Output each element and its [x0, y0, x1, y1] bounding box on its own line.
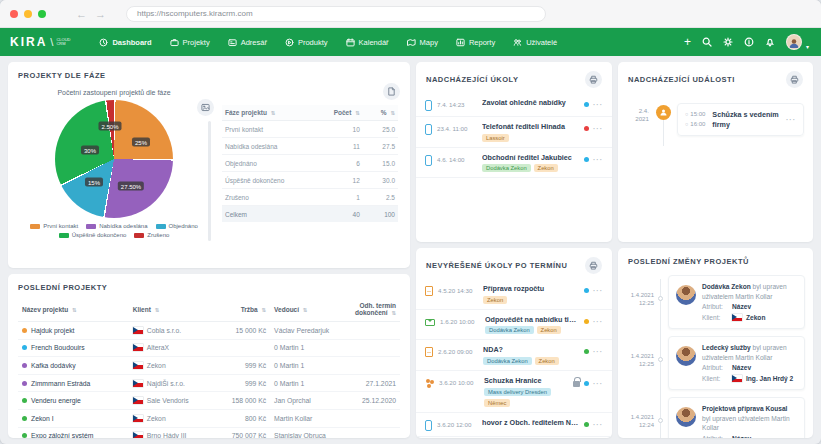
more-menu-icon[interactable]: ··· — [786, 116, 796, 123]
sort-icon: ⇅ — [261, 307, 266, 313]
more-menu-icon[interactable]: ··· — [593, 125, 603, 132]
print-button[interactable] — [786, 71, 803, 88]
user-avatar[interactable] — [786, 34, 802, 50]
app-logo[interactable]: KIRA \ CLOUD CRM — [10, 35, 72, 49]
print-button[interactable] — [585, 257, 602, 274]
tag[interactable]: Dodávka Zekon — [483, 357, 532, 365]
more-menu-icon[interactable]: ··· — [593, 156, 603, 163]
close-window-button[interactable] — [10, 10, 18, 18]
tag[interactable]: Němec — [484, 399, 510, 407]
nav-item-produkty[interactable]: Produkty — [276, 28, 337, 56]
status-dot — [584, 422, 589, 427]
nav-item-reporty[interactable]: Reporty — [447, 28, 504, 56]
table-row[interactable]: Objednáno615.0 — [222, 155, 398, 172]
task-item[interactable]: 3.6.20 10:00 Schuzka Hranice Mass delive… — [416, 371, 612, 413]
project-row[interactable]: Expo záložní systémBrno Hády III750 007 … — [18, 427, 400, 438]
task-item[interactable]: 15.6.20 09:00 Konference fiskál 20 ··· — [416, 437, 612, 438]
change-item[interactable]: 1.4.202112:25 Dodávka Zekon byl upraven … — [618, 275, 805, 329]
tag[interactable]: Dodávka Zekon — [485, 326, 534, 334]
czech-flag-icon — [133, 344, 143, 351]
column-header-due[interactable]: Odh. termín dokončení ⇅ — [335, 297, 400, 322]
column-header-revenue[interactable]: Tržba ⇅ — [217, 297, 270, 322]
legend-item[interactable]: Zrušeno — [134, 232, 169, 238]
legend-item[interactable]: Objednáno — [156, 223, 198, 229]
more-menu-icon[interactable]: ··· — [593, 101, 603, 108]
nav-item-kalendar[interactable]: Kalendář — [337, 28, 398, 56]
gear-icon[interactable] — [723, 37, 733, 47]
task-item[interactable]: 7.4. 14:23 Zavolat ohledně nabídky ··· — [416, 93, 612, 117]
column-header-name[interactable]: Název projektu ⇅ — [18, 297, 129, 322]
printer-icon — [790, 75, 799, 84]
phase-pie[interactable] — [55, 100, 173, 218]
maximize-window-button[interactable] — [38, 10, 46, 18]
legend-swatch — [86, 224, 96, 229]
more-menu-icon[interactable]: ··· — [593, 348, 603, 355]
last-projects-card: POSLEDNÍ PROJEKTY Název projektu ⇅ Klien… — [8, 274, 410, 438]
task-item[interactable]: 2.6.20 09:00 NDA? Dodávka ZekonZekon ··· — [416, 340, 612, 371]
tag[interactable]: Zekon — [537, 326, 561, 334]
minimize-window-button[interactable] — [24, 10, 32, 18]
nav-item-dashboard[interactable]: Dashboard — [90, 28, 160, 56]
sort-icon: ⇅ — [391, 310, 396, 316]
column-header-count[interactable]: Počet ⇅ — [321, 105, 363, 121]
task-item[interactable]: 4.6. 14:00 Obchodní ředitel Jakubiec Dod… — [416, 148, 612, 179]
add-icon[interactable]: + — [684, 37, 691, 47]
back-icon[interactable]: ← — [76, 8, 87, 20]
print-button[interactable] — [585, 71, 602, 88]
tag[interactable]: Lassoir — [482, 134, 509, 142]
change-item[interactable]: 1.4.202112:25 Ledecký služby byl upraven… — [618, 336, 805, 390]
address-bar[interactable]: https://hscomputers.kiracrm.com — [126, 6, 546, 22]
task-item[interactable]: 1.6.20 10:00 Odpovědět na nabídku tiskar… — [416, 310, 612, 341]
legend-item[interactable]: Nabídka odeslána — [86, 223, 147, 229]
tag[interactable]: Dodávka Zekon — [482, 164, 531, 172]
more-menu-icon[interactable]: ··· — [593, 380, 603, 387]
table-row[interactable]: Zrušeno12.5 — [222, 189, 398, 206]
project-row[interactable]: Hajduk projektCobla s.r.o.15 000 KčVácla… — [18, 322, 400, 340]
column-header-lead[interactable]: Vedoucí ⇅ — [270, 297, 335, 322]
export-file-button[interactable] — [383, 83, 400, 100]
task-item[interactable]: 23.4. 11:00 Telefonát řediteli Hinada La… — [416, 117, 612, 148]
tag[interactable]: Zekon — [483, 296, 507, 304]
table-row[interactable]: Úspěšně dokončeno1230.0 — [222, 172, 398, 189]
nav-item-uzivatele[interactable]: Uživatelé — [504, 28, 566, 56]
more-menu-icon[interactable]: ··· — [593, 421, 603, 428]
task-title: Obchodní ředitel Jakubiec — [482, 153, 579, 163]
projects-by-phase-card: PROJEKTY DLE FÁZE Početní zastoupení pro… — [8, 62, 410, 268]
project-row[interactable]: Venderu energieSale Vendoris158 000 KčJa… — [18, 392, 400, 410]
table-row[interactable]: První kontakt1025.0 — [222, 121, 398, 138]
nav-item-projekty[interactable]: Projekty — [161, 28, 219, 56]
project-row[interactable]: Zimmmann EstrádaNajdiŠi s.r.o.999 Kč0 Ma… — [18, 374, 400, 392]
info-icon[interactable] — [744, 37, 754, 47]
task-item[interactable]: 4.5.20 14:30 Příprava rozpočtu Zekon ··· — [416, 279, 612, 310]
column-header-client[interactable]: Klient ⇅ — [129, 297, 217, 322]
table-row[interactable]: Nabídka odeslána1127.5 — [222, 138, 398, 155]
change-item[interactable]: 1.4.202112:24 Projektová příprava Kousal… — [618, 397, 805, 438]
tag[interactable]: Zekon — [535, 357, 559, 365]
column-header-phase[interactable]: Fáze projektu ⇅ — [222, 105, 321, 121]
column-header-pct[interactable]: % ⇅ — [363, 105, 398, 121]
status-dot — [584, 126, 589, 131]
more-menu-icon[interactable]: ··· — [593, 318, 603, 325]
legend-swatch — [30, 224, 40, 229]
search-icon[interactable] — [702, 37, 712, 47]
project-row[interactable]: Kafka dodávkyZekon999 Kč0 Martin 1 — [18, 357, 400, 375]
nav-item-mapy[interactable]: Mapy — [398, 28, 447, 56]
task-item[interactable]: 3.6.20 12:00 hovor z Obch. ředitelem Not… — [416, 413, 612, 437]
tag[interactable]: Zekon — [534, 164, 558, 172]
scrollbar[interactable] — [208, 121, 211, 241]
legend-item[interactable]: První kontakt — [30, 223, 78, 229]
project-row[interactable]: French BoudouirsAlteraX0 Martin 1 — [18, 339, 400, 357]
nav-item-adresar[interactable]: Adresář — [219, 28, 276, 56]
event-item[interactable]: 2.4. 2021 ○15:00 ○16:00 — [618, 93, 813, 146]
more-menu-icon[interactable]: ··· — [593, 287, 603, 294]
tag[interactable]: Mass delivery Dresden — [484, 388, 551, 396]
bell-icon[interactable] — [765, 37, 775, 47]
status-dot — [584, 102, 589, 107]
phone-icon — [425, 155, 432, 166]
project-row[interactable]: Zekon IZekon800 KčMartin Kollar — [18, 409, 400, 427]
chevron-down-icon[interactable]: ▾ — [806, 43, 809, 50]
czech-flag-icon — [133, 327, 143, 334]
task-title: Telefonát řediteli Hinada — [482, 122, 579, 132]
legend-item[interactable]: Úspěšně dokončeno — [59, 232, 127, 238]
forward-icon[interactable]: → — [95, 8, 106, 20]
